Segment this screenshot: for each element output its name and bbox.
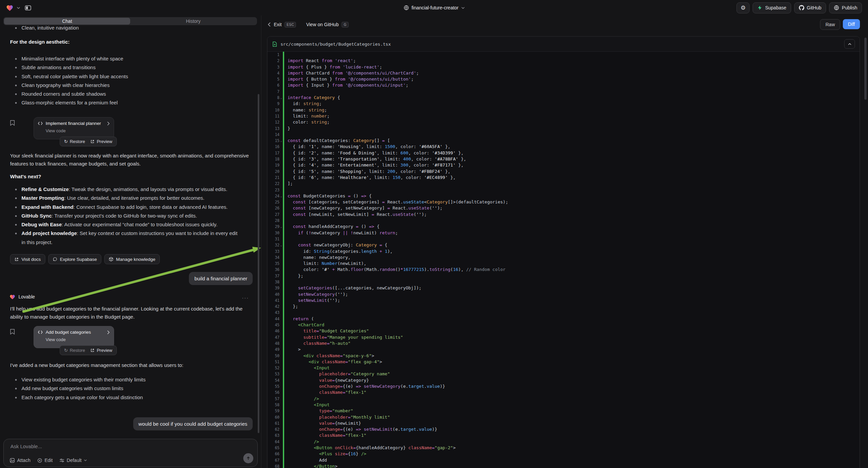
line-number: 24 — [268, 193, 279, 199]
exit-button[interactable]: Exit ESC — [268, 22, 296, 28]
fold-caret-icon[interactable]: ⌄ — [279, 242, 283, 248]
code-text: /> — [284, 439, 319, 445]
code-line: 28 — [268, 217, 860, 224]
code-text — [284, 52, 287, 58]
fold-caret-icon — [279, 389, 283, 396]
fold-caret-icon — [279, 383, 283, 389]
line-number: 41 — [268, 297, 279, 303]
visit-docs-button[interactable]: Visit docs — [10, 254, 45, 264]
line-number: 68 — [268, 463, 279, 468]
external-link-icon — [90, 139, 95, 144]
code-text: type="number" — [284, 408, 353, 414]
github-button[interactable]: GitHub — [794, 2, 827, 13]
code-text: color: string; — [284, 119, 330, 125]
line-number: 10 — [268, 107, 279, 113]
code-line: 20 { id: '5', name: 'Shopping', limit: 2… — [268, 169, 860, 175]
code-line: 47 subtitle="Manage your spending limits… — [268, 334, 860, 341]
send-button[interactable] — [243, 453, 253, 463]
code-line: 32⌄ const newCategoryObj: Category = { — [268, 242, 860, 248]
bookmark-icon[interactable] — [9, 329, 16, 335]
fold-caret-icon — [279, 463, 283, 468]
fold-caret-icon — [279, 211, 283, 217]
version-card-add-budget-categories[interactable]: Add budget categories View code — [34, 326, 114, 348]
line-number: 53 — [268, 371, 279, 377]
line-number: 23 — [268, 187, 279, 193]
supabase-button[interactable]: Supabase — [752, 2, 791, 13]
user-message-chip: would be cool if you could add budget ca… — [133, 417, 253, 430]
line-number: 50 — [268, 353, 279, 359]
edit-mode-button[interactable]: Edit — [37, 458, 53, 463]
model-selector[interactable]: Default — [59, 458, 87, 463]
lovable-app: financial-future-creator ⚙ Supabase GitH… — [0, 0, 868, 468]
toggle-sidebar-icon[interactable] — [25, 5, 31, 11]
code-text: <ChartCard — [284, 322, 324, 328]
code-line: 36 color: '#' + Math.floor(Math.random()… — [268, 267, 860, 273]
fold-caret-icon — [279, 353, 283, 359]
code-text: const [categories, setCategories] = Reac… — [284, 199, 508, 205]
code-text: }; — [284, 303, 298, 310]
project-icon — [403, 5, 409, 10]
fold-caret-icon — [279, 82, 283, 88]
version-card-title: Implement financial planner — [45, 121, 101, 126]
lovable-heart-icon — [9, 294, 16, 299]
code-text: onChange={(e) => setNewLimit(e.target.va… — [284, 427, 437, 432]
manage-knowledge-button[interactable]: Manage knowledge — [104, 254, 160, 264]
g-shortcut-badge: G — [342, 22, 348, 28]
collapse-file-button[interactable] — [844, 39, 855, 49]
code-text: value={newCategory} — [284, 377, 369, 383]
version-card-implement-financial-planner[interactable]: Implement financial planner View code — [34, 117, 114, 139]
code-text: subtitle="Manage your spending limits" — [284, 334, 403, 341]
preview-button[interactable]: Preview — [90, 348, 112, 353]
bookmark-icon[interactable] — [9, 120, 16, 126]
fold-caret-icon — [279, 76, 283, 82]
line-number: 45 — [268, 322, 279, 328]
publish-button[interactable]: Publish — [829, 2, 862, 13]
lovable-logo-heart-icon[interactable] — [6, 4, 13, 11]
line-number: 60 — [268, 414, 279, 420]
code-line: 62 onChange={(e) => setNewLimit(e.target… — [268, 427, 860, 432]
code-text: import { Button } from '@/components/ui/… — [284, 76, 414, 82]
fold-caret-icon — [279, 451, 283, 457]
fold-caret-icon[interactable]: ⌄ — [279, 224, 283, 230]
fold-caret-icon — [279, 285, 283, 291]
line-number: 44 — [268, 316, 279, 322]
list-item: Expand with Backend: Connect Supabase to… — [10, 203, 242, 211]
code-text: /> — [284, 396, 319, 402]
fold-caret-icon[interactable]: ⌄ — [279, 95, 283, 101]
code-line: 8⌄interface Category { — [268, 95, 860, 101]
file-header[interactable]: src/components/budget/BudgetCategories.t… — [268, 37, 860, 52]
code-text: { id: '5', name: 'Shopping', limit: 200,… — [284, 169, 450, 175]
attach-button[interactable]: Attach — [10, 458, 31, 463]
raw-toggle-button[interactable]: Raw — [820, 19, 840, 30]
view-on-github-button[interactable]: View on GitHub G — [306, 22, 348, 28]
diff-toggle-button[interactable]: Diff — [843, 19, 860, 29]
restore-button[interactable]: ↻Restore — [64, 348, 85, 353]
line-number: 34 — [268, 255, 279, 261]
project-switcher[interactable]: financial-future-creator — [403, 0, 464, 16]
explore-supabase-button[interactable]: Explore Supabase — [48, 254, 101, 264]
fold-caret-icon[interactable]: ⌄ — [279, 138, 283, 144]
chat-scrollbar[interactable] — [258, 94, 259, 433]
line-number: 25 — [268, 199, 279, 205]
view-code-link[interactable]: View code — [45, 128, 110, 133]
fold-caret-icon — [279, 205, 283, 211]
fold-caret-icon[interactable]: ⌄ — [279, 193, 283, 199]
code-line: 57 /> — [268, 396, 860, 402]
chat-panel: Chat History Clean, intuitive navigation… — [0, 16, 261, 468]
code-line: 7 — [268, 89, 860, 95]
code-scrollbar[interactable] — [864, 38, 867, 100]
code-line: 34 name: newCategory, — [268, 255, 860, 261]
code-line: 10 name: string; — [268, 107, 860, 113]
view-code-link[interactable]: View code — [45, 337, 110, 342]
fold-caret-icon — [279, 439, 283, 445]
settings-button[interactable]: ⚙ — [737, 2, 750, 13]
code-text: <div className="flex gap-4"> — [284, 359, 382, 365]
restore-button[interactable]: ↻Restore — [64, 139, 85, 144]
preview-button[interactable]: Preview — [90, 139, 112, 144]
line-number: 30 — [268, 230, 279, 236]
code-text: import { Plus } from 'lucide-react'; — [284, 64, 382, 70]
message-menu-button[interactable]: ··· — [242, 295, 249, 300]
chat-input[interactable] — [10, 443, 179, 449]
chevron-down-icon[interactable] — [17, 7, 20, 9]
code-line: 64 /> — [268, 439, 860, 445]
